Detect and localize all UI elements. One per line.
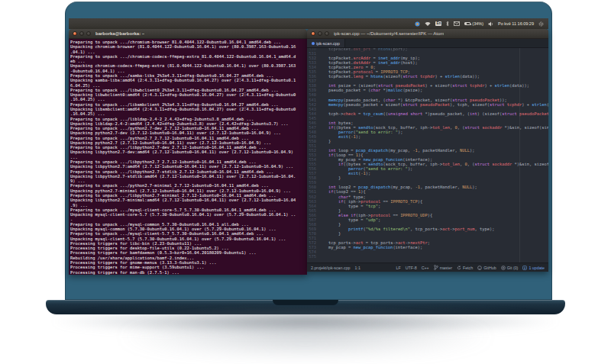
terminal-titlebar[interactable]: barborka@barborka: ~ (69, 29, 307, 39)
code-editor[interactable]: 530 tcpPacket.dst_prt = htons(port);5315… (307, 48, 548, 263)
indicator-app-icon[interactable] (415, 21, 420, 27)
tab-label: ipk-scan.cpp (316, 41, 340, 46)
status-item-c-[interactable]: C++ (422, 266, 429, 270)
terminal-window: barborka@barborka: ~ Preparing to unpack… (69, 29, 307, 275)
laptop-mockup: En (34%) Po kvě 11 16:09:29 (0, 0, 611, 364)
battery-icon (464, 22, 470, 25)
laptop-lid: En (34%) Po kvě 11 16:09:29 (65, 2, 552, 300)
terminal-line: Unpacking samba-libs:amd64 (2:4.3.11+dfs… (70, 78, 307, 82)
laptop-base-notch (273, 300, 338, 305)
minimize-button[interactable] (79, 31, 84, 36)
terminal-line: Unpacking libpython2.7-minimal:amd64 (2.… (70, 198, 307, 202)
terminal-line: Unpacking mysql-client-5.7 (5.7.30-0ubun… (70, 237, 307, 241)
file-modified-icon (312, 42, 315, 45)
status-file-path[interactable]: 2.projekt/ipk-scan.cpp (311, 266, 351, 270)
terminal-line: Unpacking libsmbclient:amd64 (2:4.3.11+d… (70, 107, 307, 111)
terminal-line: Unpacking chromium-codecs-ffmpeg-extra (… (70, 63, 307, 68)
editor-statusbar: 2.projekt/ipk-scan.cpp 1:1 LFUTF-8C++mas… (307, 263, 548, 272)
editor-window: ipk-scan.cpp — ~/Dokumenty/4.semester/IP… (307, 29, 548, 272)
tab-ipk-scan[interactable]: ipk-scan.cpp (307, 39, 345, 47)
terminal-title: barborka@barborka: ~ (95, 31, 144, 36)
terminal-line: Unpacking libpython2.7-dev:amd64 (2.7.12… (70, 150, 307, 154)
code-line: 530 tcpPacket.dst_prt = htons(port); (307, 48, 548, 51)
clock[interactable]: Po kvě 11 16:09:29 (498, 21, 534, 26)
line-number: 575 (307, 254, 318, 259)
close-button[interactable] (73, 31, 77, 36)
terminal-line: Unpacking libwbclient0:amd64 (2:4.3.11+d… (70, 92, 307, 97)
code-line: 575 (307, 254, 548, 259)
maximize-button[interactable] (86, 31, 91, 36)
status-item-github[interactable]: GitHub (477, 266, 496, 270)
editor-window-title: ipk-scan.cpp — ~/Dokumenty/4.semester/IP… (334, 31, 444, 36)
code-line: 544 tcph->check = tcp_csum((unsigned sho… (307, 111, 548, 116)
terminal-line: Preparing to unpack .../chromium-codecs-… (70, 54, 307, 59)
terminal-line: Unpacking mysql-client-core-5.7 (5.7.30-… (70, 212, 307, 217)
terminal-line: Unpacking python2.7-dev (2.7.12-1ubuntu0… (70, 130, 307, 135)
power-gear-icon[interactable] (538, 21, 544, 27)
maximize-icon[interactable] (325, 31, 329, 36)
terminal-line: Preparing to unpack .../libsmbclient_2%3… (70, 102, 307, 107)
status-cursor-position[interactable]: 1:1 (355, 266, 360, 270)
terminal-line: Unpacking libpython2.7-stdlib:amd64 (2.7… (70, 174, 307, 179)
battery-percent: (34%) (472, 21, 483, 26)
status-item-git-0-[interactable]: Git (0) (501, 266, 519, 270)
close-icon[interactable] (311, 31, 315, 36)
wrap-guide (519, 48, 520, 263)
bluetooth-icon[interactable] (446, 21, 449, 27)
status-item-utf-8[interactable]: UTF-8 (406, 266, 417, 270)
battery-indicator[interactable]: (34%) (464, 21, 483, 26)
menubar: En (34%) Po kvě 11 16:09:29 (69, 18, 548, 29)
editor-titlebar[interactable]: ipk-scan.cpp — ~/Dokumenty/4.semester/IP… (307, 29, 548, 39)
editor-tabbar: ipk-scan.cpp (307, 39, 548, 48)
status-item-1-update[interactable]: 1 update (522, 266, 545, 270)
terminal-line: Unpacking chromium-browser (81.0.4044.12… (70, 44, 307, 49)
status-item-master[interactable]: master (434, 265, 452, 270)
volume-icon[interactable] (488, 21, 493, 27)
status-item-fetch[interactable]: Fetch (457, 266, 473, 270)
line-number: 530 (307, 48, 318, 51)
code-line: 542 memcpy(pseudo_packet + sizeof(struct… (307, 102, 548, 107)
terminal-line: Unpacking libpython2.7:amd64 (2.7.12-1ub… (70, 164, 307, 169)
terminal-output[interactable]: Preparing to unpack .../chromium-browser… (69, 39, 307, 275)
network-icon[interactable] (425, 21, 431, 27)
mail-icon[interactable] (454, 21, 460, 26)
terminal-line: Preparing to unpack .../libpython2.7-std… (70, 169, 307, 174)
minimize-icon[interactable] (318, 31, 322, 36)
status-item-lf[interactable]: LF (396, 266, 400, 270)
laptop-shadow-soft (115, 314, 496, 359)
keyboard-layout-badge[interactable]: En (435, 21, 441, 26)
